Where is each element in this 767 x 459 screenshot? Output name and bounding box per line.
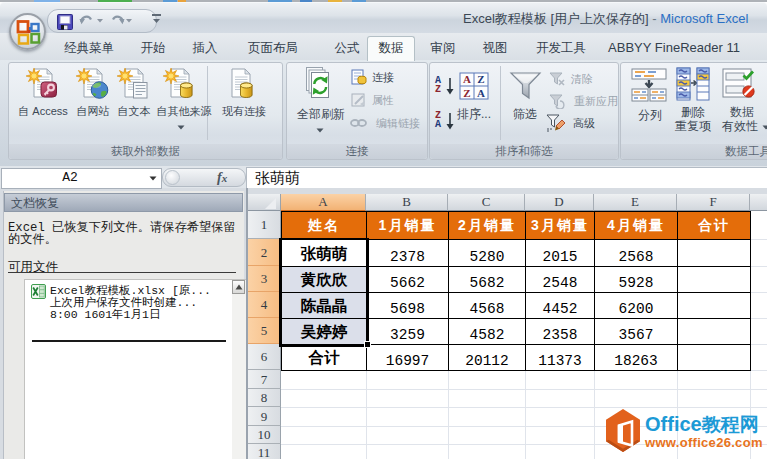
svg-text:A: A <box>477 87 485 99</box>
svg-text:A: A <box>463 73 471 85</box>
svg-text:Z: Z <box>477 73 484 85</box>
svg-text:Z: Z <box>463 87 470 99</box>
